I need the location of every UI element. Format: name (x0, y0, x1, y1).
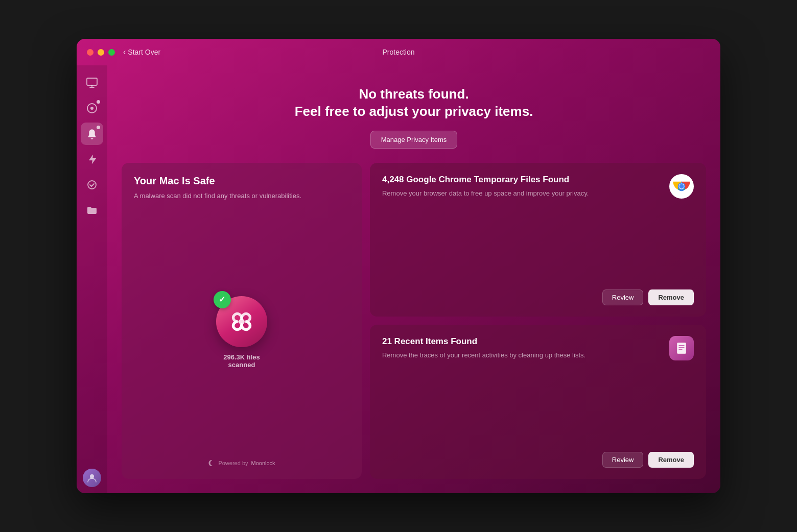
powered-by: Powered by Moonlock (134, 453, 349, 467)
chrome-remove-button[interactable]: Remove (648, 289, 694, 305)
hand-icon (86, 128, 98, 139)
chrome-card-title: 4,248 Google Chrome Temporary Files Foun… (382, 174, 663, 185)
recent-card-header: 21 Recent Items Found Remove the traces … (382, 336, 694, 360)
chrome-card: 4,248 Google Chrome Temporary Files Foun… (370, 163, 706, 317)
safe-card: Your Mac Is Safe A malware scan did not … (122, 163, 362, 479)
manage-privacy-button[interactable]: Manage Privacy Items (370, 131, 458, 149)
sidebar-item-monitor[interactable] (81, 71, 103, 94)
dot-indicator-protection (97, 126, 100, 129)
svg-rect-0 (87, 78, 97, 85)
main-layout: No threats found. Feel free to adjust yo… (77, 65, 720, 493)
close-button[interactable] (87, 49, 93, 56)
svg-rect-11 (677, 343, 686, 354)
content-area: No threats found. Feel free to adjust yo… (107, 65, 720, 493)
biohazard-svg (227, 307, 256, 336)
traffic-lights (87, 49, 115, 56)
user-avatar[interactable] (83, 469, 101, 487)
recent-card-title: 21 Recent Items Found (382, 336, 663, 347)
recent-remove-button[interactable]: Remove (648, 452, 694, 468)
chrome-card-info: 4,248 Google Chrome Temporary Files Foun… (382, 174, 663, 199)
chevron-left-icon: ‹ (123, 47, 126, 57)
folder-icon (86, 205, 98, 216)
back-button[interactable]: ‹ Start Over (123, 47, 160, 57)
maximize-button[interactable] (108, 49, 115, 56)
recent-items-card: 21 Recent Items Found Remove the traces … (370, 325, 706, 479)
safe-card-visual: ✓ 296.3K files (134, 201, 349, 453)
sidebar-item-apps[interactable] (81, 174, 103, 196)
hero-title-line1: No threats found. (359, 86, 468, 102)
avatar-icon (87, 473, 97, 483)
files-scanned: 296.3K files scanned (223, 353, 260, 369)
right-column: 4,248 Google Chrome Temporary Files Foun… (370, 163, 706, 479)
chrome-card-actions: Review Remove (382, 283, 694, 305)
safe-card-title: Your Mac Is Safe (134, 175, 349, 187)
svg-point-3 (88, 181, 96, 189)
monitor-icon (86, 77, 98, 89)
chrome-card-header: 4,248 Google Chrome Temporary Files Foun… (382, 174, 694, 199)
sidebar-item-files[interactable] (81, 199, 103, 222)
apps-icon (86, 179, 98, 190)
safe-card-description: A malware scan did not find any threats … (134, 191, 349, 201)
hero-title-line2: Feel free to adjust your privacy items. (295, 104, 533, 119)
hero-section: No threats found. Feel free to adjust yo… (122, 76, 706, 163)
moonlock-logo-icon (208, 460, 215, 467)
sidebar-item-privacy[interactable] (81, 97, 103, 119)
lightning-icon (86, 154, 98, 165)
cards-grid: Your Mac Is Safe A malware scan did not … (122, 163, 706, 479)
chrome-icon (669, 174, 694, 199)
dot-indicator (97, 100, 100, 104)
moonlock-brand: Moonlock (251, 460, 275, 466)
chrome-logo-svg (670, 175, 693, 198)
powered-by-label: Powered by (218, 460, 248, 466)
svg-point-2 (90, 107, 93, 110)
minimize-button[interactable] (98, 49, 104, 56)
recent-card-actions: Review Remove (382, 446, 694, 468)
chrome-card-description: Remove your browser data to free up spac… (382, 188, 663, 199)
title-bar: ‹ Start Over Protection (77, 39, 720, 65)
shield-check-icon: ✓ (214, 291, 231, 308)
sidebar-item-protection[interactable] (81, 123, 103, 145)
app-window: ‹ Start Over Protection (77, 39, 720, 493)
chrome-review-button[interactable]: Review (602, 289, 644, 305)
recent-review-button[interactable]: Review (602, 452, 644, 468)
window-title: Protection (382, 48, 414, 56)
sidebar-bottom (83, 469, 101, 487)
privacy-icon (86, 103, 98, 114)
recent-card-info: 21 Recent Items Found Remove the traces … (382, 336, 663, 360)
sidebar-item-performance[interactable] (81, 148, 103, 171)
biohazard-container: ✓ (214, 291, 270, 347)
hero-title: No threats found. Feel free to adjust yo… (122, 86, 706, 120)
recent-items-icon (669, 336, 694, 360)
files-label: scanned (228, 361, 255, 369)
document-list-icon (674, 341, 689, 355)
recent-card-description: Remove the traces of your recent activit… (382, 350, 663, 360)
sidebar (77, 65, 107, 493)
svg-point-10 (679, 184, 684, 188)
files-count: 296.3K files (223, 353, 260, 361)
svg-point-4 (90, 474, 94, 478)
back-label: Start Over (128, 48, 160, 56)
